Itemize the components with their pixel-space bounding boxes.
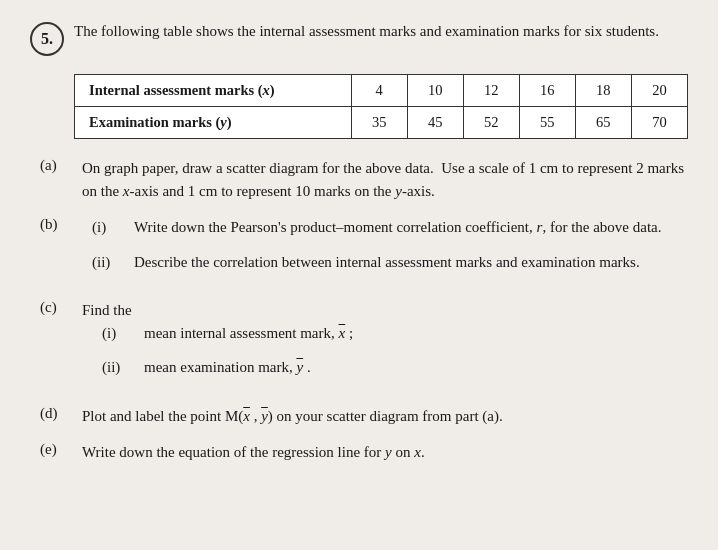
parts-container: (a) On graph paper, draw a scatter diagr… bbox=[40, 157, 688, 464]
part-e-content: Write down the equation of the regressio… bbox=[82, 441, 688, 464]
part-d: (d) Plot and label the point M(x , y) on… bbox=[40, 405, 688, 428]
question-number: 5. bbox=[30, 22, 64, 56]
part-c: (c) Find the (i) mean internal assessmen… bbox=[40, 299, 688, 391]
part-c-content: Find the (i) mean internal assessment ma… bbox=[82, 299, 688, 391]
part-c-label: (c) bbox=[40, 299, 76, 316]
part-a: (a) On graph paper, draw a scatter diagr… bbox=[40, 157, 688, 202]
part-c-i-label: (i) bbox=[102, 322, 136, 345]
part-b-content: (i) Write down the Pearson's product–mom… bbox=[82, 216, 688, 285]
part-b-ii-label: (ii) bbox=[92, 251, 126, 274]
table-cell-y4: 55 bbox=[519, 107, 575, 139]
table-cell-y1: 35 bbox=[351, 107, 407, 139]
part-e: (e) Write down the equation of the regre… bbox=[40, 441, 688, 464]
part-b-ii-content: Describe the correlation between interna… bbox=[134, 251, 688, 274]
part-a-label: (a) bbox=[40, 157, 76, 174]
part-c-i: (i) mean internal assessment mark, x ; bbox=[102, 322, 688, 345]
table-header-x: Internal assessment marks (x) bbox=[75, 75, 352, 107]
part-c-i-content: mean internal assessment mark, x ; bbox=[144, 322, 688, 345]
table-cell-x1: 4 bbox=[351, 75, 407, 107]
part-b-i-content: Write down the Pearson's product–moment … bbox=[134, 216, 688, 239]
table-cell-y3: 52 bbox=[463, 107, 519, 139]
question-header: 5. The following table shows the interna… bbox=[30, 20, 688, 56]
part-c-subparts: (i) mean internal assessment mark, x ; (… bbox=[102, 322, 688, 379]
part-b-subparts: (i) Write down the Pearson's product–mom… bbox=[92, 216, 688, 273]
part-d-content: Plot and label the point M(x , y) on you… bbox=[82, 405, 688, 428]
part-c-ii: (ii) mean examination mark, y . bbox=[102, 356, 688, 379]
part-d-label: (d) bbox=[40, 405, 76, 422]
part-b-i: (i) Write down the Pearson's product–mom… bbox=[92, 216, 688, 239]
part-b-label: (b) bbox=[40, 216, 76, 233]
table-cell-x5: 18 bbox=[575, 75, 631, 107]
part-b-ii: (ii) Describe the correlation between in… bbox=[92, 251, 688, 274]
table-cell-x2: 10 bbox=[407, 75, 463, 107]
table-row-x: Internal assessment marks (x) 4 10 12 16… bbox=[75, 75, 688, 107]
part-b-i-label: (i) bbox=[92, 216, 126, 239]
part-c-ii-content: mean examination mark, y . bbox=[144, 356, 688, 379]
table-cell-y2: 45 bbox=[407, 107, 463, 139]
table-cell-x3: 12 bbox=[463, 75, 519, 107]
question-intro: The following table shows the internal a… bbox=[74, 20, 688, 43]
table-cell-x4: 16 bbox=[519, 75, 575, 107]
table-cell-x6: 20 bbox=[631, 75, 687, 107]
table-cell-y6: 70 bbox=[631, 107, 687, 139]
part-e-label: (e) bbox=[40, 441, 76, 458]
part-b: (b) (i) Write down the Pearson's product… bbox=[40, 216, 688, 285]
data-table: Internal assessment marks (x) 4 10 12 16… bbox=[74, 74, 688, 139]
table-row-y: Examination marks (y) 35 45 52 55 65 70 bbox=[75, 107, 688, 139]
part-c-ii-label: (ii) bbox=[102, 356, 136, 379]
table-header-y: Examination marks (y) bbox=[75, 107, 352, 139]
part-a-content: On graph paper, draw a scatter diagram f… bbox=[82, 157, 688, 202]
table-cell-y5: 65 bbox=[575, 107, 631, 139]
part-c-text: Find the bbox=[82, 302, 132, 318]
